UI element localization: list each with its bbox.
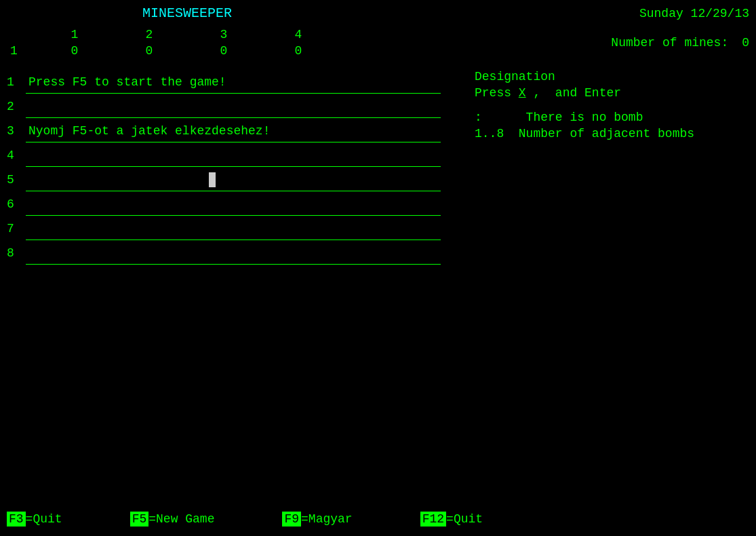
f3-label: =Quit [26,512,62,526]
f9-key: F9 [282,512,301,527]
f5-key: F5 [130,512,149,527]
grid-row-7: 7 [7,216,441,241]
info-panel: Designation Press X , and Enter : There … [441,70,749,265]
grid-row-2: 2 [7,94,441,119]
f12-key: F12 [420,512,446,527]
designation-label: Designation [475,70,749,83]
f9-label: =Magyar [301,512,353,526]
adjacent-line: 1..8 Number of adjacent bombs [475,127,749,140]
score-col-1: 1 0 [37,28,112,58]
grid-row-5: 5 [7,168,441,192]
screen: MINESWEEPER Sunday 12/29/13 1 1 0 2 0 3 … [0,0,756,536]
bottom-bar: F3 =Quit F5 =New Game F9 =Magyar F12 =Qu… [7,512,749,527]
score-col-2: 2 0 [112,28,186,58]
title-row: MINESWEEPER Sunday 12/29/13 [7,5,749,21]
score-col-4: 4 0 [261,28,336,58]
app-title: MINESWEEPER [142,5,232,21]
shortcut-f12[interactable]: F12 =Quit [420,512,483,527]
score-area: 1 1 0 2 0 3 0 4 0 Number of mines: 0 [7,28,749,58]
grid-row-3: 3 Nyomj F5-ot a jatek elkezdesehez! [7,119,441,143]
shortcut-f5[interactable]: F5 =New Game [130,512,215,527]
x-key: X [519,86,526,100]
score-col-3: 3 0 [186,28,261,58]
grid-row-8: 8 [7,241,441,265]
no-bomb-line: : There is no bomb [475,111,749,124]
score-row-label: 1 [10,28,37,58]
grid-row-1: 1 Press F5 to start the game! [7,70,441,94]
main-content: 1 Press F5 to start the game! 2 3 Nyomj … [7,70,749,265]
text-cursor [209,172,216,187]
mines-section: Number of mines: 0 [611,36,749,50]
f3-key: F3 [7,512,26,527]
f5-label: =New Game [148,512,214,526]
date-display: Sunday 12/29/13 [639,7,749,20]
shortcut-f9[interactable]: F9 =Magyar [282,512,352,527]
grid-row-4: 4 [7,143,441,168]
grid-row-6: 6 [7,192,441,216]
press-x-line: Press X , and Enter [475,86,749,100]
f12-label: =Quit [446,512,483,526]
shortcut-f3[interactable]: F3 =Quit [7,512,62,527]
game-grid: 1 Press F5 to start the game! 2 3 Nyomj … [7,70,441,265]
